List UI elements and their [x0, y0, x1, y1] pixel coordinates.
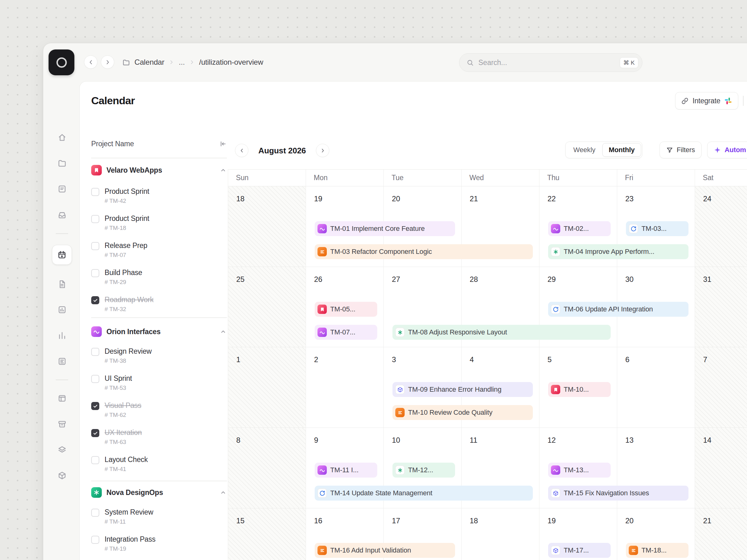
calendar-event[interactable]: TM-03... [626, 221, 689, 236]
view-monthly-button-selected[interactable]: Monthly [602, 143, 641, 157]
checkbox-unchecked[interactable] [91, 348, 99, 356]
prev-month-button[interactable] [235, 144, 248, 157]
calendar-event[interactable]: TM-01 Implement Core Feature [315, 221, 455, 236]
sidebar-chart-columns-icon[interactable] [55, 328, 69, 342]
automations-button[interactable]: Autom [707, 141, 747, 158]
sidebar-calendar-icon-selected[interactable] [52, 245, 72, 265]
sidebar-package-icon[interactable] [55, 469, 69, 482]
day-cell[interactable]: 14 [695, 428, 747, 508]
sidebar-document-icon[interactable] [55, 277, 69, 291]
chevron-up-icon[interactable] [220, 489, 227, 496]
checkbox-unchecked[interactable] [91, 375, 99, 383]
sidebar-home-icon[interactable] [55, 130, 69, 144]
calendar-event[interactable]: TM-16 Add Input Validation [315, 543, 455, 558]
calendar-event[interactable]: TM-05... [315, 302, 377, 317]
task-item-completed[interactable]: UX Iteration# TM-63 [91, 428, 227, 447]
task-item[interactable]: Integration Pass# TM-19 [91, 534, 227, 554]
calendar-event[interactable]: TM-14 Update State Management [315, 486, 533, 501]
day-cell[interactable]: 2 [306, 347, 384, 428]
day-cell[interactable]: 8 [228, 428, 306, 508]
calendar-event[interactable]: TM-12... [392, 463, 455, 478]
day-cell[interactable]: 21 [695, 508, 747, 560]
task-item[interactable]: Layout Check# TM-41 [91, 455, 227, 474]
day-cell[interactable]: 31 [695, 267, 747, 348]
calendar-event[interactable]: TM-10... [548, 382, 611, 397]
checkbox-unchecked[interactable] [91, 269, 99, 277]
calendar-event[interactable]: TM-07... [315, 325, 377, 340]
calendar-event[interactable]: TM-17... [548, 543, 611, 558]
project-group-nova[interactable]: Nova DesignOps [91, 486, 227, 499]
calendar-event[interactable]: TM-15 Fix Navigation Issues [548, 486, 689, 501]
breadcrumb-section[interactable]: Calendar [134, 58, 164, 66]
day-cell[interactable]: 7 [695, 347, 747, 428]
day-cell[interactable]: 1 [228, 347, 306, 428]
date-number: 30 [625, 275, 634, 284]
day-cell[interactable]: 18 [228, 186, 306, 267]
checkbox-unchecked[interactable] [91, 188, 99, 196]
calendar-event[interactable]: TM-11 I... [315, 463, 377, 478]
project-group-orion[interactable]: Orion Interfaces [91, 325, 227, 338]
chevron-up-icon[interactable] [220, 166, 227, 174]
checkbox-unchecked[interactable] [91, 456, 99, 464]
checkbox-unchecked[interactable] [91, 242, 99, 250]
sidebar-chart-report-icon[interactable] [55, 354, 69, 368]
task-item-completed[interactable]: Roadmap Work# TM-32 [91, 295, 227, 314]
task-id: # TM-41 [105, 465, 148, 473]
calendar-event[interactable]: TM-02... [548, 221, 611, 236]
task-item[interactable]: Release Prep# TM-07 [91, 241, 227, 260]
forward-button[interactable] [101, 55, 114, 69]
sparkle-icon [714, 146, 721, 154]
day-cell[interactable]: 25 [228, 267, 306, 348]
task-item-completed[interactable]: Visual Pass# TM-62 [91, 401, 227, 420]
search-input[interactable] [479, 58, 615, 67]
calendar-event[interactable]: TM-04 Improve App Perform... [548, 244, 689, 259]
search-bar[interactable]: ⌘ K [459, 53, 642, 72]
task-item[interactable]: Design Review# TM-38 [91, 347, 227, 366]
calendar-event[interactable]: TM-18... [626, 543, 689, 558]
date-number: 18 [470, 516, 478, 525]
back-button[interactable] [84, 55, 97, 69]
task-item[interactable]: Product Sprint# TM-42 [91, 187, 227, 206]
integrate-button[interactable]: Integrate [675, 92, 738, 109]
calendar-event[interactable]: TM-13... [548, 463, 611, 478]
task-item[interactable]: System Review# TM-11 [91, 507, 227, 527]
checkbox-unchecked[interactable] [91, 509, 99, 517]
task-title: Visual Pass [105, 401, 141, 410]
checkbox-checked[interactable] [91, 296, 99, 304]
sidebar-layers-icon[interactable] [55, 443, 69, 456]
next-month-button[interactable] [316, 144, 329, 157]
collapse-panel-icon[interactable] [219, 140, 227, 148]
day-cell[interactable]: 18 [462, 508, 539, 560]
day-cell[interactable]: 15 [228, 508, 306, 560]
task-item[interactable]: Product Sprint# TM-18 [91, 214, 227, 233]
project-group-velaro[interactable]: Velaro WebApps [91, 164, 227, 177]
project-group-name: Orion Interfaces [106, 328, 215, 336]
calendar-event[interactable]: TM-08 Adjust Responsive Layout [392, 325, 611, 340]
checkbox-checked[interactable] [91, 402, 99, 410]
filters-button[interactable]: Filters [660, 141, 701, 158]
checkbox-unchecked[interactable] [91, 536, 99, 544]
checkbox-checked[interactable] [91, 429, 99, 437]
sidebar-folder-icon[interactable] [55, 156, 69, 170]
task-title: Roadmap Work [105, 295, 153, 304]
breadcrumb-ellipsis[interactable]: ... [179, 58, 185, 66]
view-weekly-button[interactable]: Weekly [566, 146, 602, 154]
day-cell[interactable]: 24 [695, 186, 747, 267]
task-item[interactable]: UI Sprint# TM-53 [91, 374, 227, 393]
calendar-event[interactable]: TM-03 Refactor Component Logic [315, 244, 533, 259]
calendar-event[interactable]: TM-09 Enhance Error Handling [392, 382, 533, 397]
event-label: TM-05... [330, 305, 356, 313]
sidebar-notebook-icon[interactable] [55, 182, 69, 196]
app-logo[interactable] [49, 50, 74, 75]
calendar-event[interactable]: TM-06 Update API Integration [548, 302, 689, 317]
day-cell[interactable]: 6 [617, 347, 695, 428]
checkbox-unchecked[interactable] [91, 215, 99, 223]
sidebar-inbox-icon[interactable] [55, 208, 69, 221]
sidebar-archive-icon[interactable] [55, 417, 69, 431]
chevron-up-icon[interactable] [220, 328, 227, 336]
breadcrumb-current-page[interactable]: /utilization-overview [199, 58, 263, 66]
sidebar-app-window-icon[interactable] [55, 391, 69, 405]
calendar-event[interactable]: TM-10 Review Code Quality [392, 405, 533, 420]
task-item[interactable]: Build Phase# TM-29 [91, 268, 227, 287]
sidebar-chart-bars-icon[interactable] [55, 303, 69, 316]
